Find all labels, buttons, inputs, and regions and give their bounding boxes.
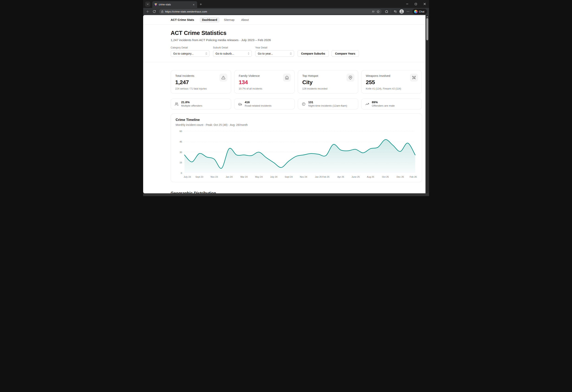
address-bar[interactable]: https://crime-stats.weidenhaus.com [159,9,382,14]
close-icon [424,3,426,5]
tab-close-button[interactable] [192,3,196,6]
extensions-button[interactable] [383,9,389,14]
window-minimize-button[interactable] [403,0,412,8]
year-select[interactable]: Go to year... [255,50,294,57]
window-maximize-button[interactable] [412,0,420,8]
mini-stats-row: 21.8% Multiple offenders 416 Road-relate… [171,98,422,110]
page-header: ACT Crime Statistics 1,247 incidents fro… [143,30,426,62]
tab-title: crime-stats [159,3,191,6]
svg-text:Feb 25: Feb 25 [322,176,329,178]
suburb-select[interactable]: Go to suburb... [213,50,252,57]
timeline-chart: 015304560July 23Sept 23Nov 23Jan 24Mar 2… [176,129,417,180]
back-button[interactable] [145,9,151,14]
svg-text:May 24: May 24 [255,176,262,178]
mini-card-offenders-male: 89% Offenders are male [361,98,422,110]
crime-timeline-card: Crime Timeline Monthly incident count · … [171,113,422,182]
puzzle-icon [385,10,388,13]
browser-tab[interactable]: crime-stats [152,1,197,8]
page-scrollbar[interactable] [426,15,429,193]
svg-text:0: 0 [181,172,182,174]
car-icon [238,102,242,106]
stat-card-weapons-involved: Weapons Involved 255 Knife #1 (124), Fir… [361,70,422,94]
filters-row: Category Detail Go to category... Suburb… [171,46,422,57]
chevron-down-icon [146,3,149,6]
plus-icon [199,3,202,6]
year-filter-label: Year Detail [255,46,294,49]
svg-text:15: 15 [179,161,182,164]
page-title: ACT Crime Statistics [171,30,422,36]
svg-text:Jan 25: Jan 25 [315,176,322,178]
mini-card-multiple-offenders: 21.8% Multiple offenders [171,98,231,110]
url-text: https://crime-stats.weidenhaus.com [165,10,370,13]
geo-section-title: Geographic Distribution [171,191,422,193]
profile-button[interactable] [399,9,404,14]
browser-window: crime-stats [143,0,429,196]
read-aloud-icon[interactable] [371,10,375,13]
site-nav: ACT Crime Stats Dashboard Sitemap About [143,15,426,25]
chart-subtitle: Monthly incident count · Peak: Oct 25 (4… [176,123,417,126]
stat-card-family-violence: Family Violence 134 10.7% of all inciden… [234,70,295,94]
svg-text:July 23: July 23 [184,176,191,178]
category-select[interactable]: Go to category... [171,50,209,57]
svg-text:Mar 24: Mar 24 [240,176,248,178]
nav-link-dashboard[interactable]: Dashboard [200,17,220,23]
chevrons-up-down-icon [205,52,208,55]
svg-text:Aug 25: Aug 25 [367,176,374,178]
refresh-icon [153,10,156,13]
svg-text:60: 60 [179,130,182,132]
stat-cards-row: Total Incidents 1,247 224 serious / 71 f… [171,70,422,94]
category-filter-label: Category Detail [171,46,209,49]
chevrons-up-down-icon [289,52,292,55]
browser-toolbar: https://crime-stats.weidenhaus.com Chat [143,8,429,15]
svg-text:Dec 25: Dec 25 [397,176,404,178]
browser-titlebar: crime-stats [143,0,429,8]
copilot-chat-button[interactable]: Chat [412,9,427,14]
back-arrow-icon [146,10,149,13]
svg-text:Nov 24: Nov 24 [300,176,307,178]
lock-icon [161,10,164,13]
favorite-star-icon[interactable] [377,10,380,13]
favorites-bar-button[interactable] [393,9,398,14]
svg-text:Jan 24: Jan 24 [225,176,233,178]
maximize-icon [415,3,417,5]
site-favicon [154,3,157,6]
house-icon [283,74,291,82]
refresh-button[interactable] [151,9,157,14]
web-page: ACT Crime Stats Dashboard Sitemap About … [143,15,429,193]
compare-years-button[interactable]: Compare Years [332,50,359,57]
svg-text:45: 45 [179,141,182,143]
favorites-list-icon [394,10,397,13]
svg-text:July 24: July 24 [270,176,277,178]
copilot-icon [414,10,417,13]
minimize-icon [406,3,408,5]
window-close-button[interactable] [420,0,429,8]
scroll-up-arrow[interactable] [426,16,428,17]
mini-card-road-related: 416 Road-related incidents [234,98,295,110]
svg-text:Nov 23: Nov 23 [210,176,218,178]
copilot-chat-label: Chat [419,10,424,13]
chevrons-up-down-icon [247,52,250,55]
svg-text:30: 30 [179,151,182,153]
svg-text:Sept 23: Sept 23 [195,176,203,178]
compare-suburbs-button[interactable]: Compare Suburbs [298,50,329,57]
window-bottom-edge [143,193,429,196]
page-subtitle: 1,247 incidents from ACT Policing media … [171,38,422,42]
site-brand: ACT Crime Stats [171,18,194,21]
settings-more-button[interactable] [405,9,411,14]
tab-search-button[interactable] [145,1,150,7]
suburb-filter-label: Suburb Detail [213,46,252,49]
svg-text:Sept 24: Sept 24 [285,176,292,178]
timeline-area-chart: 015304560July 23Sept 23Nov 23Jan 24Mar 2… [176,129,417,179]
new-tab-button[interactable] [198,1,204,7]
people-icon [175,102,178,106]
stat-card-total-incidents: Total Incidents 1,247 224 serious / 71 f… [171,70,231,94]
mini-card-night-time: 131 Night-time incidents (12am-6am) [298,98,358,110]
clock-icon [302,102,305,106]
swords-icon [410,74,418,82]
close-icon [192,4,195,6]
scrollbar-thumb[interactable] [426,18,428,40]
map-pin-icon [347,74,354,82]
nav-link-about[interactable]: About [239,17,251,23]
nav-link-sitemap[interactable]: Sitemap [222,17,237,23]
svg-text:Apr 25: Apr 25 [337,176,344,178]
